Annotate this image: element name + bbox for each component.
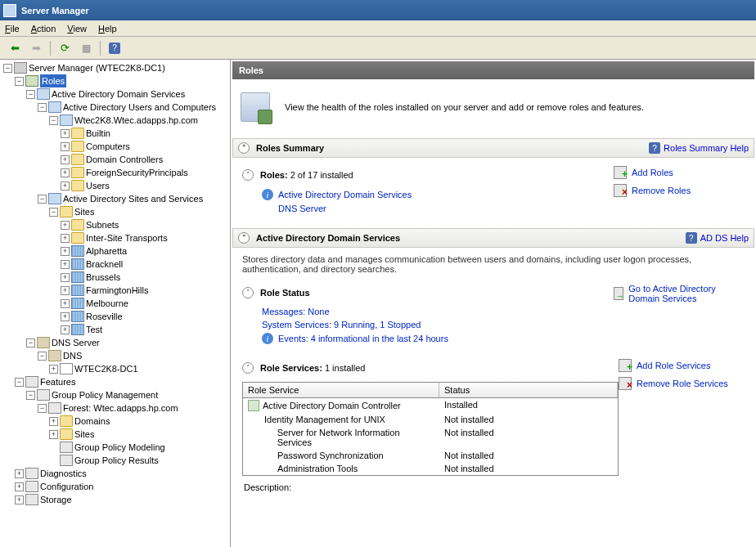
adds-help-link[interactable]: ?AD DS Help <box>686 232 749 244</box>
expand-icon[interactable]: + <box>15 482 24 491</box>
tree-diag[interactable]: Diagnostics <box>40 467 87 480</box>
expand-icon[interactable]: + <box>61 168 70 177</box>
expand-icon[interactable]: + <box>15 469 24 478</box>
collapse-button[interactable]: ˄ <box>242 169 254 181</box>
collapse-button[interactable]: ˄ <box>242 287 254 298</box>
tree-gp-model[interactable]: Group Policy Modeling <box>74 441 165 454</box>
tree-gpm[interactable]: Group Policy Management <box>52 388 158 401</box>
tree-gp-sites[interactable]: Sites <box>74 428 94 441</box>
expand-icon[interactable]: + <box>61 234 70 243</box>
navigation-tree[interactable]: −Server Manager (WTEC2K8-DC1) −Roles −Ac… <box>0 60 231 547</box>
menu-file[interactable]: File <box>5 24 20 34</box>
expand-icon[interactable]: + <box>61 155 70 164</box>
tree-site[interactable]: Bracknell <box>86 258 123 271</box>
system-services-value[interactable]: 9 Running, 1 Stopped <box>334 320 421 330</box>
remove-role-services-link[interactable]: Remove Role Services <box>619 377 745 390</box>
events-value[interactable]: 4 informational in the last 24 hours <box>311 334 448 343</box>
expand-icon[interactable]: − <box>38 352 47 361</box>
col-role-service[interactable]: Role Service <box>243 383 439 397</box>
expand-icon[interactable]: + <box>61 273 70 282</box>
expand-icon[interactable]: + <box>61 286 70 295</box>
collapse-button[interactable]: ˄ <box>238 232 250 244</box>
tree-roles[interactable]: Roles <box>40 74 66 87</box>
table-row[interactable]: Administration ToolsNot installed <box>243 462 618 475</box>
tree-adds[interactable]: Active Directory Domain Services <box>52 87 185 101</box>
tree-site[interactable]: Melbourne <box>86 297 128 310</box>
expand-icon[interactable]: + <box>61 312 70 321</box>
collapse-button[interactable]: ˄ <box>242 362 254 374</box>
tree-domain[interactable]: Wtec2K8.Wtec.adapps.hp.com <box>74 114 198 127</box>
add-role-services-link[interactable]: Add Role Services <box>619 359 745 372</box>
collapse-button[interactable]: ˄ <box>238 142 250 154</box>
tree-adss[interactable]: Active Directory Sites and Services <box>63 192 203 205</box>
tree-ist[interactable]: Inter-Site Transports <box>86 231 168 244</box>
expand-icon[interactable]: + <box>61 299 70 308</box>
properties-button[interactable]: ▦ <box>76 39 96 57</box>
tree-users[interactable]: Users <box>86 179 110 192</box>
tree-config[interactable]: Configuration <box>40 480 93 493</box>
expand-icon[interactable]: − <box>15 77 24 86</box>
expand-icon[interactable]: + <box>61 247 70 256</box>
table-row[interactable]: Active Directory Domain ControllerInstal… <box>243 398 618 413</box>
expand-icon[interactable]: − <box>49 116 58 125</box>
refresh-button[interactable]: ⟳ <box>55 39 74 57</box>
tree-builtin[interactable]: Builtin <box>86 127 110 140</box>
help-button[interactable]: ? <box>105 39 124 57</box>
tree-site[interactable]: Roseville <box>86 310 123 323</box>
expand-icon[interactable]: + <box>61 325 70 334</box>
expand-icon[interactable]: + <box>61 221 70 230</box>
forward-button[interactable]: ➡ <box>26 39 46 57</box>
expand-icon[interactable]: − <box>26 339 35 347</box>
add-roles-link[interactable]: Add Roles <box>614 166 745 179</box>
expand-icon[interactable]: + <box>61 182 70 191</box>
tree-root[interactable]: Server Manager (WTEC2K8-DC1) <box>29 61 165 74</box>
tree-gp-results[interactable]: Group Policy Results <box>74 454 159 467</box>
expand-icon[interactable]: − <box>3 64 12 73</box>
tree-dcs[interactable]: Domain Controllers <box>86 153 163 166</box>
expand-icon[interactable]: − <box>38 404 47 413</box>
tree-dns-server[interactable]: DNS Server <box>52 336 100 349</box>
tree-sites-folder[interactable]: Sites <box>74 205 94 218</box>
table-row[interactable]: Password SynchronizationNot installed <box>243 449 618 462</box>
tree-features[interactable]: Features <box>40 375 75 388</box>
menu-view[interactable]: View <box>67 24 87 34</box>
expand-icon[interactable]: − <box>26 90 35 99</box>
tree-dns-host[interactable]: WTEC2K8-DC1 <box>74 362 138 375</box>
menu-action[interactable]: Action <box>31 24 56 34</box>
tree-aduc[interactable]: Active Directory Users and Computers <box>63 101 216 114</box>
role-link-adds[interactable]: Active Directory Domain Services <box>278 190 412 200</box>
tree-storage[interactable]: Storage <box>40 493 72 506</box>
menu-help[interactable]: Help <box>98 24 117 34</box>
table-row[interactable]: Server for Network Information ServicesN… <box>243 426 618 449</box>
tree-dns[interactable]: DNS <box>63 349 82 362</box>
expand-icon[interactable]: + <box>49 417 58 426</box>
messages-value[interactable]: None <box>308 307 329 316</box>
tree-fsp[interactable]: ForeignSecurityPrincipals <box>86 166 188 179</box>
expand-icon[interactable]: + <box>61 129 70 138</box>
expand-icon[interactable]: + <box>49 365 58 374</box>
expand-icon[interactable]: + <box>61 260 70 269</box>
tree-site[interactable]: Test <box>86 323 102 336</box>
expand-icon[interactable]: + <box>49 430 58 439</box>
expand-icon[interactable]: − <box>26 391 35 400</box>
role-link-dns[interactable]: DNS Server <box>278 204 326 213</box>
tree-site[interactable]: Brussels <box>86 271 120 284</box>
remove-roles-link[interactable]: Remove Roles <box>614 184 745 197</box>
tree-domains[interactable]: Domains <box>74 415 110 428</box>
expand-icon[interactable]: − <box>49 208 58 217</box>
summary-help-link[interactable]: ?Roles Summary Help <box>649 142 749 154</box>
tree-subnets[interactable]: Subnets <box>86 218 119 231</box>
tree-forest[interactable]: Forest: Wtec.adapps.hp.com <box>63 401 178 415</box>
expand-icon[interactable]: + <box>61 142 70 151</box>
tree-site[interactable]: Alpharetta <box>86 244 127 258</box>
tree-computers[interactable]: Computers <box>86 140 130 153</box>
table-row[interactable]: Identity Management for UNIXNot installe… <box>243 413 618 426</box>
tree-site[interactable]: FarmingtonHills <box>86 284 148 297</box>
expand-icon[interactable]: − <box>38 103 47 112</box>
expand-icon[interactable]: − <box>38 195 47 204</box>
expand-icon[interactable]: − <box>15 378 24 387</box>
back-button[interactable]: ⬅ <box>5 39 25 57</box>
col-status[interactable]: Status <box>439 383 618 397</box>
go-adds-link[interactable]: Go to Active Directory Domain Services <box>614 284 745 303</box>
expand-icon[interactable]: + <box>15 495 24 504</box>
